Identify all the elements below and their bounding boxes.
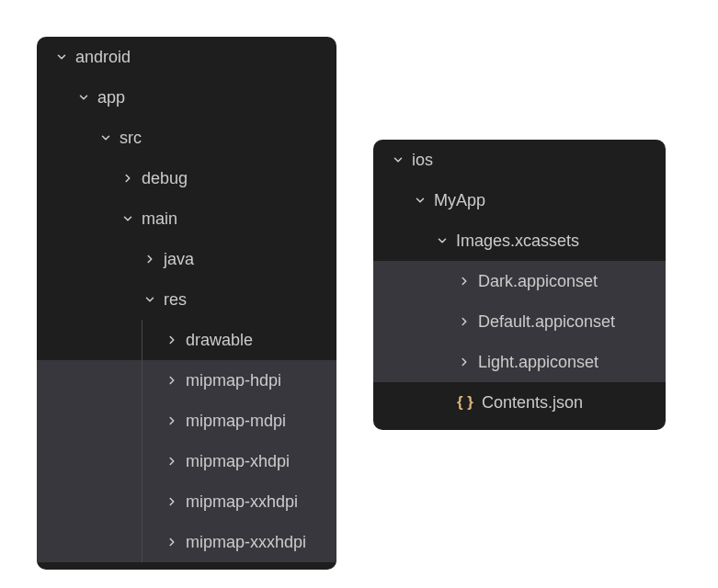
tree-item-label: Default.appiconset [478, 312, 615, 332]
tree-item-debug[interactable]: debug [37, 158, 336, 198]
chevron-down-icon [390, 152, 406, 168]
tree-item-label: app [97, 88, 125, 107]
chevron-right-icon [142, 251, 158, 267]
chevron-down-icon [120, 210, 136, 227]
tree-item-label: Dark.appiconset [478, 272, 598, 291]
chevron-down-icon [97, 130, 114, 146]
tree-item-mipmap-xhdpi[interactable]: mipmap-xhdpi [37, 441, 336, 481]
tree-item-label: mipmap-mdpi [186, 412, 286, 431]
tree-item-mipmap-xxhdpi[interactable]: mipmap-xxhdpi [37, 481, 336, 522]
indent-guide [142, 360, 142, 401]
chevron-right-icon [456, 313, 473, 330]
chevron-down-icon [53, 49, 70, 65]
tree-item-myapp[interactable]: MyApp [373, 180, 666, 220]
json-file-icon: { } [456, 393, 474, 412]
indent-guide [142, 522, 142, 562]
tree-item-mipmap-mdpi[interactable]: mipmap-mdpi [37, 401, 336, 441]
indent-guide [142, 401, 142, 441]
tree-item-label: Images.xcassets [456, 232, 579, 251]
chevron-right-icon [164, 493, 180, 510]
tree-item-label: android [75, 48, 131, 67]
chevron-right-icon [120, 170, 136, 187]
chevron-down-icon [434, 232, 450, 249]
tree-item-contents-json[interactable]: { }Contents.json [373, 382, 666, 423]
tree-item-label: mipmap-hdpi [186, 371, 281, 390]
tree-item-src[interactable]: src [37, 118, 336, 158]
tree-item-label: mipmap-xhdpi [186, 452, 290, 471]
tree-item-label: Light.appiconset [478, 353, 598, 372]
indent-guide [142, 441, 142, 481]
tree-item-label: mipmap-xxxhdpi [186, 533, 306, 552]
tree-item-java[interactable]: java [37, 239, 336, 279]
tree-item-label: mipmap-xxhdpi [186, 492, 298, 512]
tree-item-dark-appiconset[interactable]: Dark.appiconset [373, 261, 666, 301]
tree-item-label: main [142, 209, 177, 229]
chevron-right-icon [164, 453, 180, 469]
tree-item-light-appiconset[interactable]: Light.appiconset [373, 342, 666, 382]
ios-file-tree-panel: iosMyAppImages.xcassetsDark.appiconsetDe… [373, 140, 666, 430]
tree-item-label: drawable [186, 331, 253, 350]
tree-item-mipmap-xxxhdpi[interactable]: mipmap-xxxhdpi [37, 522, 336, 562]
tree-item-mipmap-hdpi[interactable]: mipmap-hdpi [37, 360, 336, 401]
chevron-right-icon [456, 354, 473, 370]
tree-item-images-xcassets[interactable]: Images.xcassets [373, 220, 666, 261]
chevron-right-icon [164, 332, 180, 348]
tree-item-app[interactable]: app [37, 77, 336, 118]
tree-item-res[interactable]: res [37, 279, 336, 320]
chevron-down-icon [75, 89, 92, 106]
tree-item-label: MyApp [434, 191, 485, 210]
android-file-tree-panel: androidappsrcdebugmainjavaresdrawablemip… [37, 37, 336, 570]
chevron-right-icon [164, 534, 180, 550]
tree-item-drawable[interactable]: drawable [37, 320, 336, 360]
tree-item-ios[interactable]: ios [373, 140, 666, 180]
tree-item-label: res [164, 290, 187, 310]
tree-item-label: Contents.json [482, 393, 583, 413]
indent-guide [142, 320, 142, 360]
chevron-right-icon [164, 372, 180, 389]
tree-item-default-appiconset[interactable]: Default.appiconset [373, 301, 666, 342]
tree-item-label: ios [412, 151, 433, 170]
tree-item-label: debug [142, 169, 188, 188]
indent-guide [142, 481, 142, 522]
tree-item-android[interactable]: android [37, 37, 336, 77]
chevron-down-icon [142, 291, 158, 308]
tree-item-label: java [164, 250, 194, 269]
chevron-right-icon [456, 273, 473, 289]
chevron-right-icon [164, 413, 180, 429]
chevron-down-icon [412, 192, 428, 209]
tree-item-label: src [120, 129, 142, 148]
tree-item-main[interactable]: main [37, 198, 336, 239]
